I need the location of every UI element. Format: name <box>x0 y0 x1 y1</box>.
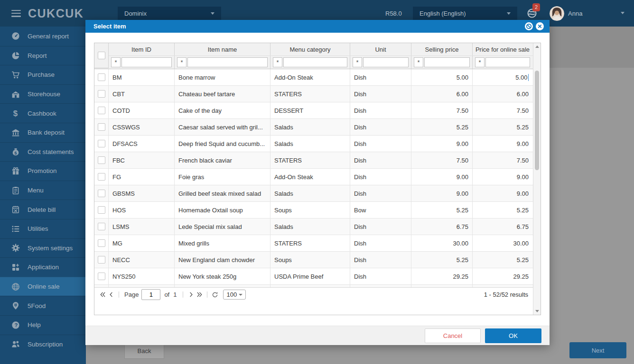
sidebar-item-help[interactable]: ?Help <box>0 315 86 335</box>
table-row[interactable]: FGFoie grasAdd-On SteakDish9.009.00 <box>94 169 533 185</box>
filter-input-price-for-online-sale[interactable] <box>485 57 530 67</box>
column-header-menu-category[interactable]: Menu category <box>270 43 350 55</box>
scrollbar-thumb[interactable] <box>535 71 539 170</box>
table-row[interactable]: CSSWGSCaesar salad served with gril...Sa… <box>94 119 533 136</box>
filter-input-menu-category[interactable] <box>283 57 347 67</box>
table-row[interactable]: MGMixed grillsSTATERSDish30.0030.00 <box>94 235 533 252</box>
sidebar-item-application[interactable]: Application <box>0 257 86 277</box>
sidebar-item-5food[interactable]: 5Food <box>0 296 86 315</box>
table-row[interactable]: CBTChateau beef tartareSTATERSDish6.006.… <box>94 86 533 102</box>
cell-selling-price: 9.00 <box>411 169 473 185</box>
notification-badge[interactable]: 2 <box>532 3 540 11</box>
cell-price-online-sale[interactable]: 5.00 <box>473 69 532 85</box>
page-size-select[interactable]: 100 <box>223 290 246 300</box>
avatar[interactable] <box>550 6 564 21</box>
table-row[interactable]: DFSACSDeep fried Squid and cucumb...Sala… <box>94 136 533 152</box>
language-selector[interactable]: English (English) <box>413 7 517 20</box>
table-row[interactable]: COTDCake of the dayDESSERTDish7.507.50 <box>94 102 533 119</box>
filter-input-item-name[interactable] <box>187 57 268 67</box>
cell-item-id: FG <box>109 169 175 185</box>
cancel-button[interactable]: Cancel <box>425 328 481 343</box>
filter-input-item-id[interactable] <box>121 57 172 67</box>
row-checkbox[interactable] <box>98 90 105 98</box>
version-label: R58.0 <box>385 10 402 17</box>
row-checkbox[interactable] <box>98 140 105 147</box>
cell-selling-price: 9.00 <box>411 136 473 152</box>
table-scrollbar[interactable] <box>533 43 541 315</box>
filter-input-selling-price[interactable] <box>424 57 470 67</box>
sidebar-item-utilities[interactable]: Utilities <box>0 219 86 238</box>
sidebar-item-label: Cashbook <box>28 110 56 117</box>
row-checkbox[interactable] <box>98 73 105 81</box>
close-icon[interactable] <box>536 22 544 30</box>
sidebar-item-promotion[interactable]: Promotion <box>0 161 86 181</box>
table-row[interactable]: NYS250New York steak 250gUSDA Prime Beef… <box>94 268 533 285</box>
refresh-icon[interactable] <box>211 291 219 299</box>
previous-page-button[interactable] <box>107 291 115 299</box>
filter-input-unit[interactable] <box>363 57 409 67</box>
table-row[interactable]: NECCNew England clam chowderSoupsDish5.2… <box>94 252 533 268</box>
scrollbar-down-arrow[interactable] <box>535 310 539 312</box>
cell-menu-category: Salads <box>270 218 350 235</box>
table-row[interactable]: FBCFrench black caviarSTATERSDish7.507.5… <box>94 152 533 169</box>
user-name[interactable]: Anna <box>568 10 582 17</box>
cell-selling-price: 9.00 <box>411 185 473 201</box>
filter-operator-button[interactable]: * <box>414 57 423 67</box>
ok-button[interactable]: OK <box>485 328 541 343</box>
sidebar-item-menu[interactable]: Menu <box>0 181 86 200</box>
scrollbar-up-arrow[interactable] <box>535 46 539 48</box>
filter-operator-button[interactable]: * <box>177 57 186 67</box>
next-button[interactable]: Next <box>569 342 626 358</box>
row-checkbox[interactable] <box>98 206 105 214</box>
sidebar-item-online-sale[interactable]: Online sale <box>0 277 86 296</box>
select-all-checkbox[interactable] <box>98 52 105 59</box>
column-header-item-id[interactable]: Item ID <box>109 43 175 55</box>
row-checkbox-cell <box>94 252 109 268</box>
sidebar-item-cashbook[interactable]: $Cashbook <box>0 103 86 123</box>
sidebar-item-purchase[interactable]: Purchase <box>0 65 86 84</box>
row-checkbox[interactable] <box>98 273 105 280</box>
sidebar-item-system-settings[interactable]: System settings <box>0 238 86 258</box>
cell-price-online-sale: 6.75 <box>473 218 532 235</box>
back-button[interactable]: Back <box>124 343 164 359</box>
filter-operator-button[interactable]: * <box>111 57 121 67</box>
row-checkbox[interactable] <box>98 256 105 264</box>
branch-selector[interactable]: Dominix <box>118 7 221 20</box>
sidebar-item-subscription[interactable]: Subscription <box>0 335 86 354</box>
modal-header: Select item <box>85 20 550 33</box>
sidebar-item-storehouse[interactable]: Storehouse <box>0 84 86 104</box>
filter-cell-item-id: * <box>109 56 175 69</box>
last-page-button[interactable] <box>195 291 204 299</box>
table-row[interactable]: GBSMSGrilled beef steak mixed saladSalad… <box>94 185 533 202</box>
sidebar-item-bank-deposit[interactable]: Bank deposit <box>0 123 86 142</box>
row-checkbox[interactable] <box>98 173 105 181</box>
column-header-price-for-online-sale[interactable]: Price for online sale <box>473 43 532 55</box>
row-checkbox[interactable] <box>98 107 105 114</box>
sidebar-item-general-report[interactable]: General report <box>0 27 86 46</box>
row-checkbox[interactable] <box>98 156 105 164</box>
cell-item-name: New England clam chowder <box>175 252 270 268</box>
column-header-unit[interactable]: Unit <box>350 43 411 55</box>
column-header-item-name[interactable]: Item name <box>175 43 270 55</box>
row-checkbox[interactable] <box>98 223 105 230</box>
cell-unit: Dish <box>350 136 411 152</box>
table-row[interactable]: HOSHomemade Oxtail soupSoupsBow5.255.25 <box>94 202 533 218</box>
next-page-button[interactable] <box>186 291 195 299</box>
filter-operator-button[interactable]: * <box>353 57 362 67</box>
row-checkbox[interactable] <box>98 123 105 131</box>
hamburger-menu-icon[interactable] <box>11 10 21 17</box>
filter-operator-button[interactable]: * <box>475 57 485 67</box>
sidebar-item-report[interactable]: Report <box>0 46 86 65</box>
page-number-input[interactable] <box>141 289 160 300</box>
row-checkbox[interactable] <box>98 239 105 247</box>
user-menu-chevron-icon[interactable] <box>621 12 625 14</box>
sidebar-item-cost-statements[interactable]: $Cost statements <box>0 142 86 162</box>
sidebar-item-delete-bill[interactable]: Delete bill <box>0 200 86 219</box>
row-checkbox[interactable] <box>98 190 105 197</box>
block-icon[interactable] <box>525 22 533 30</box>
column-header-selling-price[interactable]: Selling price <box>411 43 473 55</box>
table-row[interactable]: BMBone marrowAdd-On SteakDish5.005.00 <box>94 69 533 86</box>
table-row[interactable]: LSMSLede Special mix saladSaladsDish6.75… <box>94 218 533 235</box>
first-page-button[interactable] <box>98 291 107 299</box>
filter-operator-button[interactable]: * <box>273 57 282 67</box>
